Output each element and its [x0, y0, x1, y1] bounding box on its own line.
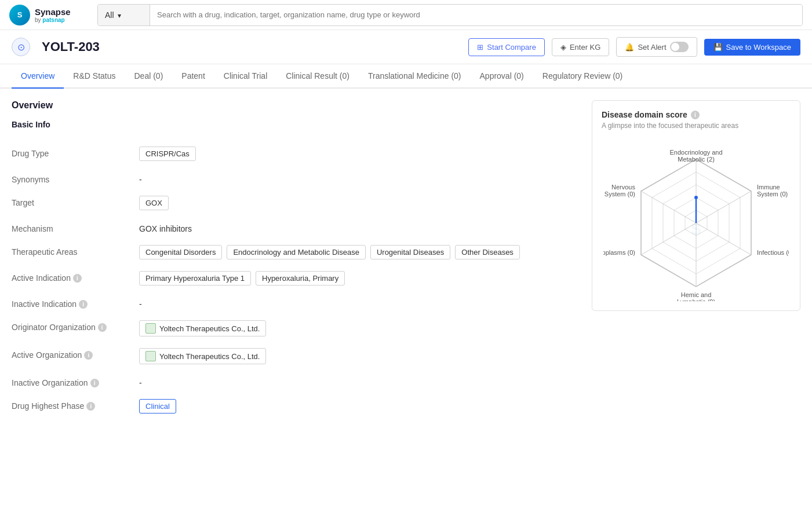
kg-icon: ◈: [560, 43, 566, 52]
svg-line-9: [641, 223, 696, 255]
search-input[interactable]: [150, 5, 802, 25]
logo-brand: patsnap: [42, 17, 64, 23]
svg-text:System (0): System (0): [757, 191, 788, 197]
active-org-info-icon[interactable]: i: [84, 351, 93, 360]
active-org-row: Active Organization i Yoltech Therapeuti…: [12, 342, 580, 370]
tab-clinical-result[interactable]: Clinical Result (0): [276, 64, 359, 89]
drug-highest-phase-value: Clinical: [139, 399, 580, 413]
mechanism-label: Mechanism: [12, 222, 139, 233]
target-tag: GOX: [139, 196, 169, 210]
logo-icon: S: [9, 5, 30, 25]
radar-svg: S Endocrinology and Metabolic (2) Immune…: [603, 139, 789, 301]
logo-title: Synapse: [35, 7, 71, 17]
drug-header: ⊙ YOLT-203 ⊞ Start Compare ◈ Enter KG 🔔 …: [0, 30, 812, 64]
start-compare-button[interactable]: ⊞ Start Compare: [468, 38, 545, 56]
indication-tag-1: Primary Hyperoxaluria Type 1: [139, 271, 251, 286]
svg-text:Immune: Immune: [757, 184, 780, 191]
svg-text:Hemic and: Hemic and: [681, 291, 712, 298]
originator-org-label: Originator Organization i: [12, 320, 139, 332]
drug-type-tag: CRISPR/Cas: [139, 147, 196, 161]
content-right: Disease domain score i A glimpse into th…: [592, 100, 800, 419]
tab-rd-status[interactable]: R&D Status: [64, 64, 125, 89]
inactive-indication-label: Inactive Indication i: [12, 297, 139, 309]
pill-icon: ⊙: [17, 42, 25, 53]
synonyms-row: Synonyms -: [12, 167, 580, 190]
synonyms-value: -: [139, 173, 580, 184]
basic-info-title: Basic Info: [12, 120, 580, 129]
enter-kg-button[interactable]: ◈ Enter KG: [552, 38, 609, 56]
therapeutic-areas-row: Therapeutic Areas Congenital Disorders E…: [12, 239, 580, 265]
compare-label: Start Compare: [487, 43, 536, 52]
inactive-indication-value: -: [139, 297, 580, 309]
therapeutic-areas-value: Congenital Disorders Endocrinology and M…: [139, 245, 580, 259]
logo-sub: by patsnap: [35, 17, 71, 23]
org-icon: [145, 323, 156, 334]
radar-chart: S Endocrinology and Metabolic (2) Immune…: [603, 139, 789, 301]
tab-patent[interactable]: Patent: [172, 64, 214, 89]
drug-highest-phase-info-icon[interactable]: i: [86, 402, 95, 411]
drug-type-label: Drug Type: [12, 147, 139, 158]
svg-text:Lymphatic (0): Lymphatic (0): [677, 298, 715, 301]
svg-text:Neoplasms (0): Neoplasms (0): [603, 249, 635, 256]
svg-text:Endocrinology and: Endocrinology and: [669, 149, 722, 156]
compare-icon: ⊞: [477, 43, 483, 52]
dropdown-chevron-icon: [118, 10, 121, 20]
drug-highest-phase-row: Drug Highest Phase i Clinical: [12, 393, 580, 419]
tab-translational-medicine[interactable]: Translational Medicine (0): [359, 64, 471, 89]
drug-name: YOLT-203: [42, 39, 457, 54]
main-content: Overview Basic Info Drug Type CRISPR/Cas…: [0, 89, 812, 431]
originator-org-tag[interactable]: Yoltech Therapeutics Co., Ltd.: [139, 320, 266, 336]
tab-approval[interactable]: Approval (0): [471, 64, 533, 89]
ta-tag-4: Other Diseases: [455, 245, 520, 259]
active-indication-label: Active Indication i: [12, 271, 139, 283]
overview-title: Overview: [12, 100, 580, 111]
mechanism-value: GOX inhibitors: [139, 222, 580, 233]
drug-type-row: Drug Type CRISPR/Cas: [12, 141, 580, 167]
active-org-tag[interactable]: Yoltech Therapeutics Co., Ltd.: [139, 348, 266, 364]
tab-deal[interactable]: Deal (0): [125, 64, 173, 89]
tab-regulatory-review[interactable]: Regulatory Review (0): [533, 64, 632, 89]
originator-org-row: Originator Organization i Yoltech Therap…: [12, 314, 580, 342]
save-workspace-label: Save to Workspace: [726, 43, 791, 52]
drug-highest-phase-tag: Clinical: [139, 399, 176, 413]
svg-line-10: [641, 191, 696, 223]
ta-tag-2: Endocrinology and Metabolic Disease: [227, 245, 366, 259]
svg-line-7: [696, 223, 751, 255]
active-indication-info-icon[interactable]: i: [73, 274, 82, 283]
score-card-info-icon[interactable]: i: [691, 111, 700, 119]
inactive-org-info-icon[interactable]: i: [90, 379, 99, 387]
inactive-org-row: Inactive Organization i -: [12, 370, 580, 393]
alert-icon: 🔔: [625, 43, 634, 52]
drug-type-value: CRISPR/Cas: [139, 147, 580, 161]
top-header: S Synapse by patsnap All: [0, 0, 812, 30]
tab-clinical-trial[interactable]: Clinical Trial: [214, 64, 276, 89]
svg-point-13: [694, 196, 698, 199]
active-org-value: Yoltech Therapeutics Co., Ltd.: [139, 348, 580, 364]
svg-line-6: [696, 191, 751, 223]
active-org-label: Active Organization i: [12, 348, 139, 360]
score-card-subtitle: A glimpse into the focused therapeutic a…: [602, 122, 791, 130]
search-type-dropdown[interactable]: All: [98, 5, 150, 25]
target-row: Target GOX: [12, 190, 580, 216]
active-indication-row: Active Indication i Primary Hyperoxaluri…: [12, 265, 580, 291]
content-left: Overview Basic Info Drug Type CRISPR/Cas…: [12, 100, 580, 419]
originator-org-value: Yoltech Therapeutics Co., Ltd.: [139, 320, 580, 336]
inactive-org-value: -: [139, 376, 580, 387]
tabs-bar: Overview R&D Status Deal (0) Patent Clin…: [0, 64, 812, 89]
inactive-indication-row: Inactive Indication i -: [12, 291, 580, 314]
svg-text:System (0): System (0): [605, 191, 635, 197]
active-indication-value: Primary Hyperoxaluria Type 1 Hyperoxalur…: [139, 271, 580, 286]
save-workspace-button[interactable]: 💾 Save to Workspace: [704, 39, 800, 56]
inactive-indication-info-icon[interactable]: i: [79, 300, 88, 309]
set-alert-button[interactable]: 🔔 Set Alert: [616, 37, 697, 57]
tab-overview[interactable]: Overview: [12, 64, 64, 89]
originator-org-info-icon[interactable]: i: [98, 323, 107, 332]
alert-toggle[interactable]: [670, 42, 689, 52]
svg-text:Infectious (0): Infectious (0): [757, 249, 789, 256]
svg-text:S: S: [691, 220, 702, 238]
therapeutic-areas-label: Therapeutic Areas: [12, 245, 139, 257]
svg-text:Metabolic (2): Metabolic (2): [678, 156, 715, 163]
drug-icon: ⊙: [12, 38, 30, 56]
search-type-label: All: [105, 10, 114, 20]
mechanism-row: Mechanism GOX inhibitors: [12, 216, 580, 239]
